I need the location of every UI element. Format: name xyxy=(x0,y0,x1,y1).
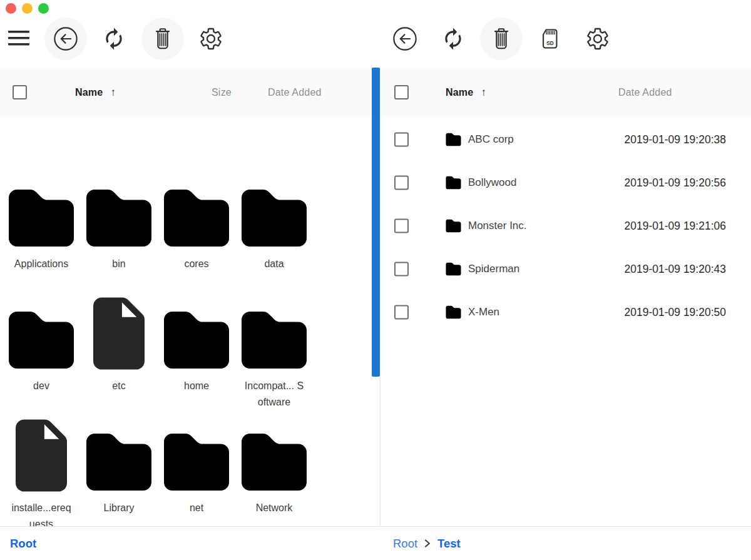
file-icon xyxy=(80,296,158,370)
trash-icon xyxy=(488,26,514,52)
settings-icon xyxy=(198,26,223,51)
date-added-value: 2019-01-09 19:21:06 xyxy=(625,219,727,232)
row-checkbox[interactable] xyxy=(394,262,409,276)
row-checkbox[interactable] xyxy=(394,132,409,146)
maximize-window-button[interactable] xyxy=(38,3,49,14)
file-name-label: bin xyxy=(112,256,125,272)
grid-item-applications[interactable]: Applications xyxy=(3,174,80,272)
left-column-name[interactable]: Name↑ xyxy=(75,86,116,99)
right-column-date-added[interactable]: Date Added xyxy=(618,87,672,98)
folder-icon xyxy=(158,296,235,370)
grid-item-data[interactable]: data xyxy=(235,174,313,272)
left-settings-button[interactable] xyxy=(190,18,232,60)
status-bar: Root Root Test xyxy=(0,526,751,560)
breadcrumb-test[interactable]: Test xyxy=(437,537,461,551)
folder-icon xyxy=(158,174,235,248)
folder-icon xyxy=(3,296,80,370)
row-checkbox[interactable] xyxy=(394,305,409,319)
grid-item-net[interactable]: net xyxy=(158,418,235,516)
folder-icon xyxy=(235,296,313,370)
grid-item-dev[interactable]: dev xyxy=(3,296,80,394)
window-controls xyxy=(6,3,49,14)
right-delete-button[interactable] xyxy=(480,18,523,60)
file-name-label: installe...ereq uests xyxy=(11,500,71,526)
folder-icon xyxy=(158,418,235,492)
right-pane-breadcrumb: Root Test xyxy=(393,537,461,551)
right-select-all-checkbox[interactable] xyxy=(394,85,409,99)
folder-icon xyxy=(446,176,461,189)
list-row-x-men[interactable]: X-Men 2019-01-09 19:20:50 xyxy=(381,290,751,333)
right-settings-button[interactable] xyxy=(576,18,619,60)
column-name-label: Name xyxy=(75,87,103,98)
list-row-monster-inc[interactable]: Monster Inc. 2019-01-09 19:21:06 xyxy=(381,204,751,247)
left-pane-scrollbar[interactable] xyxy=(372,68,380,377)
folder-icon xyxy=(446,219,461,232)
left-column-date-added[interactable]: Date Added xyxy=(268,87,322,98)
menu-button[interactable] xyxy=(5,26,33,52)
file-name-label: dev xyxy=(33,378,49,394)
file-name-label: data xyxy=(264,256,284,272)
folder-icon xyxy=(235,174,313,248)
breadcrumb-root[interactable]: Root xyxy=(10,537,36,551)
right-column-name[interactable]: Name↑ xyxy=(446,86,486,99)
right-pane-header: Name↑ Date Added xyxy=(381,68,751,118)
refresh-icon xyxy=(441,27,465,51)
grid-item-home[interactable]: home xyxy=(158,296,235,394)
grid-item-network[interactable]: Network xyxy=(235,418,313,516)
list-row-abc-corp[interactable]: ABC corp 2019-01-09 19:20:38 xyxy=(381,118,751,161)
back-icon xyxy=(53,26,79,52)
folder-icon xyxy=(3,174,80,248)
back-icon xyxy=(392,26,418,52)
list-row-bollywood[interactable]: Bollywood 2019-01-09 19:20:56 xyxy=(381,161,751,204)
folder-icon xyxy=(446,262,461,275)
sd-card-button[interactable]: SD xyxy=(529,18,571,60)
file-name-label: Network xyxy=(256,500,293,516)
trash-icon xyxy=(150,26,176,52)
left-back-button[interactable] xyxy=(44,18,87,60)
row-checkbox[interactable] xyxy=(394,218,409,233)
file-icon xyxy=(3,418,80,492)
file-name-label: Library xyxy=(104,500,135,516)
left-column-size[interactable]: Size xyxy=(212,87,232,98)
column-name-label: Name xyxy=(446,87,473,98)
file-name-label: X-Men xyxy=(468,306,499,318)
left-pane-breadcrumb: Root xyxy=(10,537,36,551)
file-name-label: home xyxy=(184,378,209,394)
file-manager-window: SD Name↑ Size Date Added Name↑ Date Adde… xyxy=(0,0,751,560)
grid-item-bin[interactable]: bin xyxy=(80,174,158,272)
chevron-right-icon xyxy=(424,539,431,548)
left-delete-button[interactable] xyxy=(141,18,184,60)
sort-ascending-icon: ↑ xyxy=(481,86,486,98)
grid-item-cores[interactable]: cores xyxy=(158,174,235,272)
grid-item-incompatible-software[interactable]: Incompat... S oftware xyxy=(235,296,313,410)
minimize-window-button[interactable] xyxy=(22,3,33,14)
close-window-button[interactable] xyxy=(6,3,16,14)
file-name-label: Spiderman xyxy=(468,263,519,275)
folder-icon xyxy=(80,174,158,248)
settings-icon xyxy=(585,26,610,51)
left-refresh-button[interactable] xyxy=(93,18,135,60)
folder-icon xyxy=(235,418,313,492)
list-row-spiderman[interactable]: Spiderman 2019-01-09 19:20:43 xyxy=(381,247,751,290)
left-pane-file-grid: Applications bin cores data dev etc home xyxy=(0,118,371,526)
grid-item-library[interactable]: Library xyxy=(80,418,158,516)
date-added-value: 2019-01-09 19:20:56 xyxy=(625,176,727,189)
file-name-label: ABC corp xyxy=(468,133,514,146)
date-added-value: 2019-01-09 19:20:43 xyxy=(625,262,727,275)
file-name-label: Incompat... S oftware xyxy=(245,378,304,410)
right-pane-file-list: ABC corp 2019-01-09 19:20:38 Bollywood 2… xyxy=(381,118,751,526)
file-name-label: net xyxy=(190,500,203,516)
file-name-label: Monster Inc. xyxy=(468,220,527,232)
right-refresh-button[interactable] xyxy=(432,18,474,60)
grid-item-etc[interactable]: etc xyxy=(80,296,158,394)
folder-icon xyxy=(446,305,461,318)
breadcrumb-root[interactable]: Root xyxy=(393,537,417,551)
left-select-all-checkbox[interactable] xyxy=(13,85,27,99)
folder-icon xyxy=(446,133,461,146)
file-name-label: cores xyxy=(184,256,208,272)
row-checkbox[interactable] xyxy=(394,175,409,190)
left-pane-header: Name↑ Size Date Added xyxy=(0,68,371,118)
grid-item-installerequests[interactable]: installe...ereq uests xyxy=(3,418,80,526)
file-name-label: Applications xyxy=(14,256,68,272)
right-back-button[interactable] xyxy=(384,18,426,60)
